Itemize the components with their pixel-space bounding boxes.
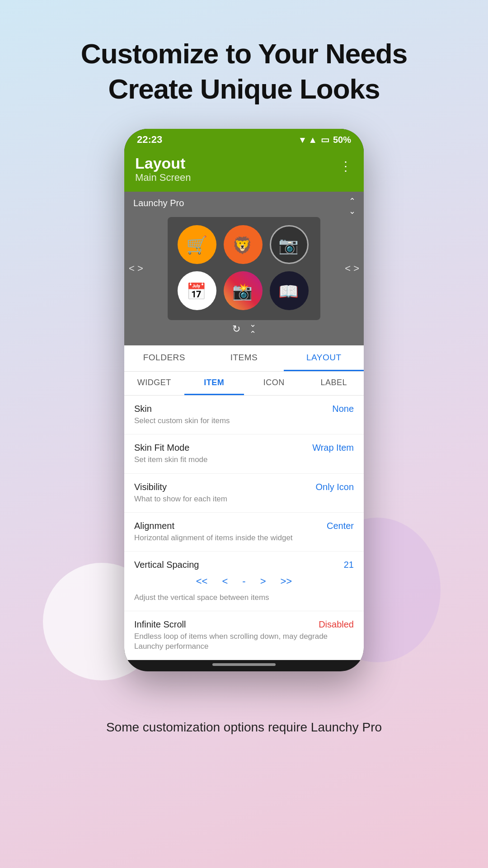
expand-icon[interactable]: ⌃⌄ xyxy=(349,196,356,216)
setting-skin-fit-mode[interactable]: Skin Fit Mode Wrap Item Set item skin fi… xyxy=(124,434,364,473)
setting-skin[interactable]: Skin None Select custom skin for items xyxy=(124,396,364,434)
app-icon-calendar[interactable]: 📅 xyxy=(178,271,216,310)
stepper-fast-back[interactable]: << xyxy=(196,576,208,587)
tab-widget[interactable]: WIDGET xyxy=(124,372,184,395)
settings-list: Skin None Select custom skin for items S… xyxy=(124,396,364,660)
battery-icon: ▭ xyxy=(321,134,329,145)
setting-visibility-desc: What to show for each item xyxy=(134,494,354,504)
app-icon-amazon[interactable]: 🛒 xyxy=(178,225,216,264)
setting-visibility-value: Only Icon xyxy=(316,482,354,492)
app-icon-reader[interactable]: 📖 xyxy=(270,271,309,310)
app-grid: 🛒 🦁 📷 📅 📸 📖 xyxy=(168,217,320,320)
tabs-row1: FOLDERS ITEMS LAYOUT xyxy=(124,345,364,372)
setting-skin-value: None xyxy=(332,404,354,414)
tab-label[interactable]: LABEL xyxy=(304,372,364,395)
bottom-caption: Some customization options require Launc… xyxy=(106,720,382,735)
setting-vs-value: 21 xyxy=(344,560,354,570)
svg-text:📸: 📸 xyxy=(232,282,253,301)
setting-skin-fit-value: Wrap Item xyxy=(312,443,354,453)
stepper-fast-forward[interactable]: >> xyxy=(281,576,292,587)
tab-folders[interactable]: FOLDERS xyxy=(124,345,204,371)
app-bar: Layout Main Screen ⋮ xyxy=(124,151,364,192)
setting-vs-name: Vertical Spacing xyxy=(134,560,199,570)
preview-area: Launchy Pro ⌃⌄ < > < > 🛒 🦁 📷 📅 � xyxy=(124,192,364,345)
phone-frame: 22:23 ▾ ▲ ▭ 50% Layout Main Screen ⋮ Lau… xyxy=(124,129,364,671)
status-bar: 22:23 ▾ ▲ ▭ 50% xyxy=(124,129,364,151)
app-icon-instagram[interactable]: 📸 xyxy=(224,271,263,310)
app-subtitle: Main Screen xyxy=(135,172,191,184)
status-time: 22:23 xyxy=(137,134,162,146)
tabs-row2: WIDGET ITEM ICON LABEL xyxy=(124,372,364,396)
more-button[interactable]: ⋮ xyxy=(339,159,353,174)
tab-layout[interactable]: LAYOUT xyxy=(284,345,364,371)
setting-skin-name: Skin xyxy=(134,404,152,414)
app-icon-brave[interactable]: 🦁 xyxy=(224,225,263,264)
setting-alignment-desc: Horizontal alignment of items inside the… xyxy=(134,533,354,543)
wifi-icon: ▾ xyxy=(300,134,305,145)
setting-visibility[interactable]: Visibility Only Icon What to show for ea… xyxy=(124,474,364,513)
headline-line1: Customize to Your Needs xyxy=(81,38,407,69)
headline-line2: Create Unique Looks xyxy=(108,73,380,104)
stepper-back[interactable]: < xyxy=(222,576,228,587)
svg-text:🦁: 🦁 xyxy=(232,236,253,255)
svg-text:📅: 📅 xyxy=(186,282,206,301)
setting-skin-fit-name: Skin Fit Mode xyxy=(134,443,189,453)
setting-is-name: Infinite Scroll xyxy=(134,619,186,630)
stepper-forward[interactable]: > xyxy=(260,576,266,587)
setting-alignment-value: Center xyxy=(327,521,354,531)
setting-vertical-spacing[interactable]: Vertical Spacing 21 << < - > >> Adjust t… xyxy=(124,552,364,611)
refresh-icon[interactable]: ↻ xyxy=(232,323,240,335)
page-headline: Customize to Your Needs Create Unique Lo… xyxy=(81,36,407,106)
tab-item[interactable]: ITEM xyxy=(184,372,244,395)
preview-bottom-controls: ↻ ⌄⌃ xyxy=(232,319,256,339)
setting-skin-desc: Select custom skin for items xyxy=(134,416,354,426)
app-bar-text: Layout Main Screen xyxy=(135,155,191,184)
setting-is-desc: Endless loop of items when scrolling dow… xyxy=(134,632,354,651)
prev-arrow[interactable]: < > xyxy=(129,263,143,274)
preview-label: Launchy Pro xyxy=(133,198,184,208)
setting-visibility-name: Visibility xyxy=(134,482,167,492)
home-indicator xyxy=(212,663,276,666)
status-icons: ▾ ▲ ▭ 50% xyxy=(300,134,351,145)
svg-text:🛒: 🛒 xyxy=(186,235,208,255)
setting-infinite-scroll[interactable]: Infinite Scroll Disabled Endless loop of… xyxy=(124,611,364,660)
svg-text:📖: 📖 xyxy=(278,282,299,301)
stepper-minus[interactable]: - xyxy=(242,576,245,587)
tab-icon[interactable]: ICON xyxy=(244,372,304,395)
setting-vs-desc: Adjust the vertical space between items xyxy=(134,593,354,603)
signal-icon: ▲ xyxy=(308,135,317,145)
stepper-controls: << < - > >> xyxy=(134,572,354,593)
tab-items[interactable]: ITEMS xyxy=(204,345,284,371)
setting-alignment-name: Alignment xyxy=(134,521,174,531)
setting-is-value: Disabled xyxy=(319,619,354,630)
battery-level: 50% xyxy=(333,135,351,145)
svg-text:📷: 📷 xyxy=(278,236,299,255)
app-title: Layout xyxy=(135,155,191,172)
phone-wrapper: 22:23 ▾ ▲ ▭ 50% Layout Main Screen ⋮ Lau… xyxy=(124,129,364,708)
app-icon-camera[interactable]: 📷 xyxy=(270,225,309,264)
setting-alignment[interactable]: Alignment Center Horizontal alignment of… xyxy=(124,513,364,552)
collapse-icon[interactable]: ⌄⌃ xyxy=(249,319,256,339)
setting-skin-fit-desc: Set item skin fit mode xyxy=(134,455,354,465)
next-arrow[interactable]: < > xyxy=(345,263,359,274)
